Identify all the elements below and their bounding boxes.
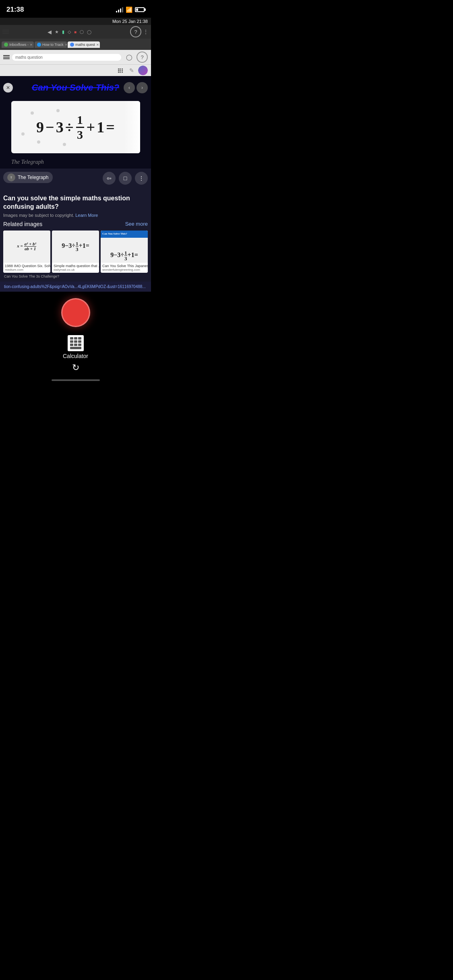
profile-avatar[interactable] bbox=[138, 66, 148, 75]
wifi-icon: 📶 bbox=[126, 6, 132, 13]
source-chip-label: The Telegraph bbox=[18, 175, 49, 180]
tab-label-2: How to Track bbox=[42, 43, 64, 47]
puzzle-title-row: ✕ Can You Solve This? ‹ › bbox=[0, 76, 151, 99]
math-card: 9 − 3 ÷ 1 3 + 1 = bbox=[11, 101, 140, 153]
eq-three: 3 bbox=[56, 118, 64, 136]
see-more-link[interactable]: See more bbox=[125, 221, 148, 227]
tab-label-3: maths quest bbox=[75, 43, 95, 47]
related-title-1: 1988 IMO Question Six. Solvi... bbox=[5, 264, 49, 268]
source-favicon: T bbox=[7, 173, 15, 181]
shield-icon[interactable]: ▮ bbox=[62, 29, 64, 35]
status-icons: 📶 bbox=[116, 6, 145, 13]
eq-fraction: 1 3 bbox=[76, 114, 84, 141]
tab-close-2[interactable]: ✕ bbox=[65, 43, 67, 47]
home-indicator[interactable] bbox=[52, 379, 100, 381]
menu-icon[interactable] bbox=[2, 30, 9, 34]
nav-timer-btn[interactable]: ◯ bbox=[124, 51, 135, 63]
more-menu-icon[interactable]: ⋮ bbox=[143, 29, 149, 35]
related-title-3: Can You Solve This Japanes... bbox=[102, 264, 146, 268]
camera-icon[interactable]: ◇ bbox=[68, 29, 71, 35]
nav-icons-right: ? ⋮ bbox=[130, 26, 149, 37]
laptop-screen: Mon 25 Jan 21:38 ◀ ★ ▮ ◇ ■ ◯ ◯ ? ⋮ Inbox… bbox=[0, 18, 151, 292]
source-chip[interactable]: T The Telegraph bbox=[3, 172, 53, 183]
results-top-row: T The Telegraph ⇦ □ ⋮ bbox=[3, 172, 148, 188]
bottom-area: Calculator ↻ bbox=[0, 330, 151, 384]
result-actions: ⇦ □ ⋮ bbox=[103, 172, 148, 185]
puzzle-title: Can You Solve This? bbox=[16, 79, 135, 96]
eq-minus: − bbox=[46, 118, 54, 136]
related-domain-3: wonderfulengineering.com bbox=[102, 268, 146, 272]
related-source-1: 1988 IMO Question Six. Solvi... medium.c… bbox=[3, 263, 50, 273]
timer-icon[interactable]: ◯ bbox=[87, 30, 91, 34]
tab-close-3[interactable]: ✕ bbox=[96, 43, 99, 47]
recording-button[interactable] bbox=[61, 298, 90, 327]
help-button[interactable]: ? bbox=[130, 26, 141, 37]
laptop-status-bar: Mon 25 Jan 21:38 bbox=[0, 18, 151, 25]
wrench-icon[interactable]: ✎ bbox=[127, 66, 137, 75]
back-browser-icon[interactable]: ◀ bbox=[48, 29, 52, 35]
close-button[interactable]: ✕ bbox=[3, 83, 13, 93]
fraction-numerator: 1 bbox=[76, 114, 84, 128]
url-text: tion-confusing-adults%2F&psig=AOvVa...4L… bbox=[4, 284, 146, 289]
tab-inboxflows[interactable]: Inboxflows - ✕ bbox=[2, 41, 34, 48]
eq-equals: = bbox=[106, 118, 115, 136]
save-button[interactable]: □ bbox=[119, 172, 132, 185]
browser-toolbar-top: ◀ ★ ▮ ◇ ■ ◯ ◯ ? ⋮ bbox=[0, 25, 151, 39]
laptop-date: Mon 25 Jan 21:38 bbox=[112, 19, 148, 24]
related-title-2: Simple maths question that ... bbox=[54, 264, 97, 268]
learn-more-link[interactable]: Learn More bbox=[75, 213, 98, 218]
copyright-note: Images may be subject to copyright. Lear… bbox=[3, 213, 148, 218]
results-panel: T The Telegraph ⇦ □ ⋮ Can you solve the … bbox=[0, 169, 151, 282]
content-area: ✕ Can You Solve This? ‹ › 9 bbox=[0, 76, 151, 292]
eq-one: 1 bbox=[97, 118, 104, 136]
related-item-1[interactable]: x = a² + b²ab + 1 1988 IMO Question Six.… bbox=[3, 231, 50, 273]
can-you-solve-text: Can You Solve This? bbox=[102, 232, 127, 235]
nav-arrows: ‹ › bbox=[124, 82, 148, 93]
tabs-bar: Inboxflows - ✕ How to Track ✕ maths ques… bbox=[0, 39, 151, 50]
bookmark-icon[interactable]: ★ bbox=[55, 29, 59, 35]
related-img-3: Can You Solve This? 9−3÷13+1= bbox=[101, 231, 148, 263]
related-domain-1: medium.com bbox=[5, 268, 49, 272]
related-eq-1: x = a² + b²ab + 1 bbox=[17, 242, 37, 251]
address-bar[interactable]: maths question bbox=[12, 54, 121, 61]
nav-help-btn[interactable]: ? bbox=[137, 51, 148, 63]
extension-icon-2[interactable]: ◯ bbox=[80, 30, 84, 34]
prev-arrow[interactable]: ‹ bbox=[124, 82, 135, 93]
share-button[interactable]: ⇦ bbox=[103, 172, 116, 185]
calculator-icon-btn[interactable]: Calculator bbox=[63, 335, 88, 359]
calculator-icon-graphic bbox=[68, 335, 84, 351]
extension-bar: ✎ bbox=[0, 64, 151, 76]
related-item-2[interactable]: 9−3÷13+1= Simple maths question that ...… bbox=[52, 231, 99, 273]
related-img-1: x = a² + b²ab + 1 bbox=[3, 231, 50, 263]
related-source-2: Simple maths question that ... dailymail… bbox=[52, 263, 99, 273]
status-time: 21:38 bbox=[6, 6, 24, 14]
more-button[interactable]: ⋮ bbox=[135, 172, 148, 185]
eq-nine: 9 bbox=[36, 118, 44, 136]
related-item-3[interactable]: Can You Solve This? 9−3÷13+1= Can You So… bbox=[101, 231, 148, 273]
related-grid: x = a² + b²ab + 1 1988 IMO Question Six.… bbox=[3, 231, 148, 273]
calculator-label: Calculator bbox=[63, 353, 88, 359]
tab-maths[interactable]: maths quest ✕ bbox=[68, 41, 100, 48]
blue-header: Can You Solve This? bbox=[101, 231, 148, 238]
url-bar: tion-confusing-adults%2F&psig=AOvVa...4L… bbox=[0, 282, 151, 292]
telegraph-attribution: The Telegraph bbox=[6, 157, 49, 167]
tab-howto[interactable]: How to Track ✕ bbox=[35, 41, 67, 48]
challenge-label: Can You Solve The 3s Challenge? bbox=[4, 274, 59, 278]
laptop-status-right: Mon 25 Jan 21:38 bbox=[112, 19, 148, 24]
math-equation: 9 − 3 ÷ 1 3 + 1 = bbox=[30, 107, 121, 147]
nav-hamburger[interactable] bbox=[3, 55, 10, 59]
apps-icon[interactable] bbox=[116, 66, 125, 75]
attribution-row: The Telegraph bbox=[0, 156, 151, 169]
related-img-2: 9−3÷13+1= bbox=[52, 231, 99, 263]
related-source-3: Can You Solve This Japanes... wonderfule… bbox=[101, 263, 148, 273]
refresh-icon[interactable]: ↻ bbox=[72, 362, 79, 373]
tab-close-1[interactable]: ✕ bbox=[30, 43, 33, 47]
see-more-row: Related images See more bbox=[3, 221, 148, 227]
extra-label-row: Can You Solve The 3s Challenge? bbox=[3, 274, 148, 278]
extension-icon-1[interactable]: ■ bbox=[74, 30, 77, 34]
recording-area bbox=[0, 292, 151, 330]
eq-div: ÷ bbox=[65, 118, 74, 136]
related-domain-2: dailymail.co.uk bbox=[54, 268, 97, 272]
result-title: Can you solve the simple maths question … bbox=[3, 191, 148, 211]
next-arrow[interactable]: › bbox=[137, 82, 148, 93]
